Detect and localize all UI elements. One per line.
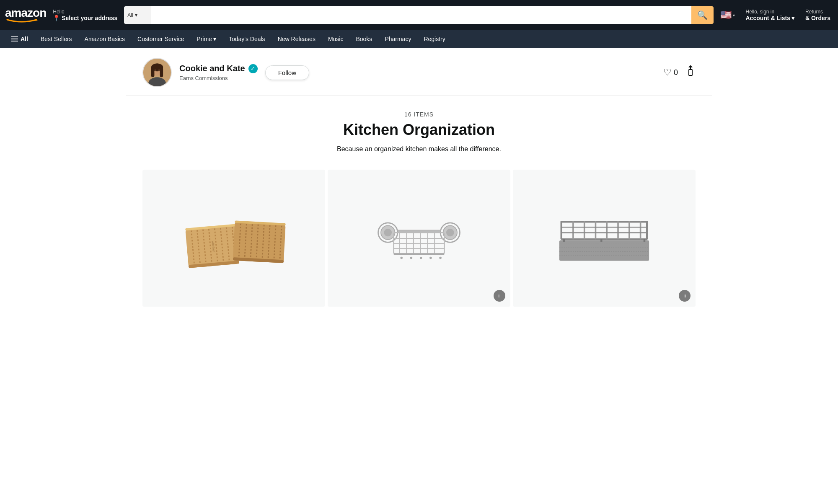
profile-name: Cookie and Kate: [179, 64, 245, 73]
search-icon: 🔍: [697, 10, 708, 20]
svg-point-54: [420, 256, 422, 259]
flag-icon: 🇺🇸: [720, 10, 732, 21]
list-title: Kitchen Organization: [134, 121, 704, 139]
registry-label: Registry: [424, 36, 445, 42]
list-description: Because an organized kitchen makes all t…: [134, 145, 704, 153]
address-label: Select your address: [62, 15, 117, 21]
nav-item-customerservice[interactable]: Customer Service: [131, 30, 190, 48]
prime-chevron-icon: ▾: [213, 36, 216, 42]
svg-rect-6: [160, 67, 163, 78]
product-image-caddy: [328, 170, 510, 307]
product-card-caddy[interactable]: ⏸: [328, 170, 510, 307]
svg-rect-77: [600, 239, 602, 242]
heart-count-value: 0: [674, 68, 678, 77]
chevron-icon: ▾: [733, 13, 735, 18]
profile-right: ♡ 0: [663, 65, 696, 80]
music-label: Music: [328, 36, 344, 42]
svg-point-53: [410, 256, 413, 259]
share-icon: [685, 65, 696, 77]
pause-button-caddy[interactable]: ⏸: [494, 290, 505, 302]
pause-button-dish-rack[interactable]: ⏸: [679, 290, 691, 302]
svg-rect-51: [394, 253, 445, 255]
share-button[interactable]: [685, 65, 696, 80]
nav-item-bestsellers[interactable]: Best Sellers: [34, 30, 78, 48]
svg-rect-64: [561, 221, 562, 240]
svg-rect-76: [644, 239, 645, 242]
nav-item-newreleases[interactable]: New Releases: [272, 30, 322, 48]
svg-rect-70: [617, 221, 619, 240]
nav-item-music[interactable]: Music: [322, 30, 350, 48]
product-grid: wüsthof: [126, 161, 712, 323]
earns-commissions-label: Earns Commissions: [179, 75, 258, 81]
follow-button[interactable]: Follow: [265, 65, 309, 80]
amazonbasics-label: Amazon Basics: [85, 36, 125, 42]
search-bar: All ▾ 🔍: [124, 6, 713, 24]
svg-rect-69: [606, 221, 608, 240]
svg-rect-75: [563, 239, 565, 242]
search-category-dropdown[interactable]: All ▾: [124, 6, 151, 24]
svg-rect-72: [640, 221, 641, 240]
avatar: [142, 58, 172, 87]
profile-section: Cookie and Kate ✓ Earns Commissions Foll…: [126, 48, 712, 96]
language-selector[interactable]: 🇺🇸 ▾: [718, 8, 737, 22]
nav-item-amazonbasics[interactable]: Amazon Basics: [78, 30, 131, 48]
customerservice-label: Customer Service: [137, 36, 184, 42]
profile-info: Cookie and Kate ✓ Earns Commissions: [179, 64, 258, 81]
returns-orders[interactable]: Returns & Orders: [803, 7, 833, 23]
dish-rack-image: [552, 207, 657, 270]
svg-rect-66: [572, 221, 574, 240]
account-bottom-label: Account & Lists: [746, 15, 791, 21]
svg-rect-57: [559, 240, 649, 261]
svg-point-56: [439, 256, 442, 259]
all-nav-label: All: [21, 36, 28, 42]
profile-left: Cookie and Kate ✓ Earns Commissions Foll…: [142, 58, 309, 87]
nav-item-books[interactable]: Books: [349, 30, 378, 48]
chevron-down-icon: ▾: [135, 12, 137, 18]
hello-label: Hello: [53, 9, 117, 15]
heart-icon: ♡: [663, 67, 672, 78]
svg-point-39: [446, 228, 454, 236]
verified-badge: ✓: [248, 64, 258, 73]
header-right-section: 🇺🇸 ▾ Hello, sign in Account & Lists ▾ Re…: [718, 7, 833, 23]
site-header: amazon Hello 📍 Select your address All ▾…: [0, 0, 838, 30]
product-card-knife-block[interactable]: wüsthof: [142, 170, 325, 307]
search-button[interactable]: 🔍: [691, 6, 714, 24]
svg-rect-63: [561, 238, 647, 240]
heart-count[interactable]: ♡ 0: [663, 67, 678, 78]
profile-name-row: Cookie and Kate ✓: [179, 64, 258, 73]
nav-item-prime[interactable]: Prime ▾: [190, 30, 222, 48]
svg-rect-5: [151, 67, 155, 78]
account-chevron-icon: ▾: [791, 15, 794, 21]
nav-item-pharmacy[interactable]: Pharmacy: [378, 30, 417, 48]
amazon-smile-icon: [5, 19, 39, 23]
navigation-bar: All Best Sellers Amazon Basics Customer …: [0, 30, 838, 48]
product-image-dish-rack: [513, 170, 696, 307]
amazon-logo[interactable]: amazon: [5, 7, 46, 23]
location-icon: 📍: [53, 15, 60, 21]
account-menu[interactable]: Hello, sign in Account & Lists ▾: [743, 7, 797, 23]
address-selector[interactable]: Hello 📍 Select your address: [50, 7, 120, 23]
main-content: Cookie and Kate ✓ Earns Commissions Foll…: [126, 48, 712, 323]
nav-item-todaysdeals[interactable]: Today's Deals: [222, 30, 272, 48]
svg-point-7: [154, 69, 156, 71]
account-top-label: Hello, sign in: [746, 9, 795, 15]
nav-item-registry[interactable]: Registry: [417, 30, 451, 48]
product-image-knife-block: wüsthof: [142, 170, 325, 307]
svg-rect-67: [584, 221, 585, 240]
knife-block-image: wüsthof: [175, 205, 292, 272]
svg-rect-9: [689, 70, 692, 75]
items-count: 16 ITEMS: [134, 111, 704, 118]
svg-rect-62: [561, 221, 647, 222]
nav-item-all[interactable]: All: [5, 30, 34, 48]
product-card-dish-rack[interactable]: ⏸: [513, 170, 696, 307]
search-input[interactable]: [151, 6, 691, 24]
returns-bottom-label: & Orders: [805, 15, 830, 21]
svg-point-8: [158, 69, 160, 71]
caddy-image: [365, 209, 473, 268]
svg-point-55: [429, 256, 432, 259]
pharmacy-label: Pharmacy: [385, 36, 411, 42]
todaysdeals-label: Today's Deals: [229, 36, 265, 42]
hamburger-icon: [11, 36, 18, 41]
list-header: 16 ITEMS Kitchen Organization Because an…: [126, 96, 712, 161]
books-label: Books: [356, 36, 372, 42]
